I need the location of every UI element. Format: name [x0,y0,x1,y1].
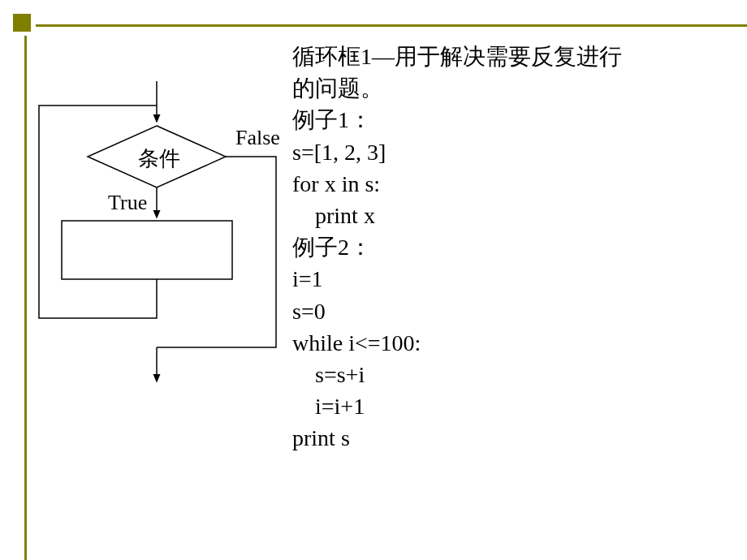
example2-line3: while i<=100: [292,327,739,359]
example2-line4: s=s+i [292,359,739,390]
title-line2: 的问题。 [292,72,739,104]
example2-line1: i=1 [292,263,739,295]
text-content: 循环框1—用于解决需要反复进行 的问题。 例子1： s=[1, 2, 3] fo… [292,41,739,454]
flowchart-diagram: 条件 True False [24,81,300,390]
example1-line2: for x in s: [292,168,739,200]
example1-header: 例子1： [292,104,739,136]
border-top [36,24,747,27]
true-label: True [108,191,147,215]
condition-label: 条件 [138,144,180,173]
process-box [62,221,232,279]
example2-header: 例子2： [292,231,739,263]
slide-container: 条件 True False 循环框1—用于解决需要反复进行 的问题。 例子1： … [0,0,747,560]
false-path-line [157,157,276,347]
false-label: False [235,126,280,150]
border-corner [13,14,31,32]
example2-line6: print s [292,422,739,454]
example2-line5: i=i+1 [292,390,739,422]
example2-line2: s=0 [292,295,739,327]
example1-line3: print x [292,200,739,231]
example1-line1: s=[1, 2, 3] [292,136,739,168]
title-line1: 循环框1—用于解决需要反复进行 [292,41,739,72]
